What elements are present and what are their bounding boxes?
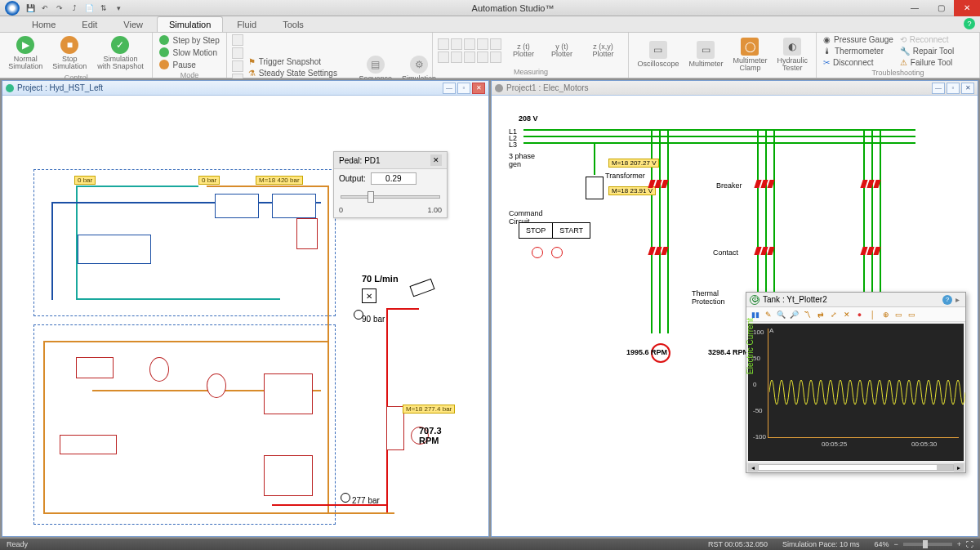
contactor[interactable] — [649, 247, 672, 255]
fit-icon[interactable]: ⛶ — [966, 540, 973, 548]
right-pane-titlebar[interactable]: Project1 : Elec_Motors — ▫ ✕ — [492, 81, 978, 96]
tab-tools[interactable]: Tools — [270, 16, 316, 32]
coil-icon[interactable] — [532, 247, 543, 258]
qat-dropdown-icon[interactable]: ▾ — [113, 2, 124, 14]
scroll-right-icon[interactable]: ▸ — [954, 463, 964, 472]
directional-valve[interactable] — [386, 406, 404, 450]
valve-block[interactable] — [78, 235, 151, 264]
tab-edit[interactable]: Edit — [69, 16, 109, 32]
plotter-tool-icon[interactable]: ⇄ — [815, 309, 826, 320]
valve-block-b[interactable] — [264, 373, 313, 414]
oscilloscope-button[interactable]: ▭Oscilloscope — [634, 39, 682, 69]
qat-save-icon[interactable]: 💾 — [24, 2, 36, 14]
plotter-zoom-in-icon[interactable]: 🔍 — [776, 309, 786, 320]
close-button[interactable]: ✕ — [954, 0, 980, 16]
multimeter-clamp-button[interactable]: ◯Multimeter Clamp — [729, 36, 770, 74]
help-icon[interactable]: ? — [964, 18, 975, 29]
status-zoom[interactable]: 64% − + ⛶ — [874, 540, 973, 548]
steady-state-button[interactable]: ⚗Steady State Settings — [247, 68, 353, 78]
zoom-out-icon[interactable]: − — [893, 540, 898, 548]
valve[interactable] — [215, 194, 259, 218]
pane-minimize-button[interactable]: — — [932, 83, 945, 94]
stop-button[interactable]: STOP — [519, 223, 553, 238]
plotter-tool-icon[interactable]: 〽 — [802, 309, 813, 320]
pane-minimize-button[interactable]: — — [443, 83, 456, 94]
tab-fluid[interactable]: Fluid — [225, 16, 269, 32]
pause-button[interactable]: Pause — [158, 59, 220, 70]
plotter-window[interactable]: ⏻ Tank : Yt_Plotter2 ? ▸ ▮▮ ✎ 🔍 🔎 〽 ⇄ ⤢ … — [746, 292, 966, 473]
qat-icon[interactable]: ⤴ — [69, 2, 80, 14]
zxy-plotter-button[interactable]: z (x,y) Plotter — [582, 42, 623, 60]
qat-undo-icon[interactable]: ↶ — [39, 2, 51, 14]
stop-simulation-button[interactable]: ■Stop Simulation — [49, 34, 90, 73]
cylinder-icon[interactable] — [409, 279, 434, 297]
thermometer-button[interactable]: 🌡Thermometer — [822, 46, 895, 56]
pump[interactable] — [76, 357, 114, 378]
normal-simulation-button[interactable]: ▶Normal Simulation — [5, 34, 46, 73]
scroll-left-icon[interactable]: ◂ — [748, 463, 758, 472]
flowmeter-icon[interactable]: ✕ — [362, 288, 376, 303]
valve[interactable] — [272, 194, 316, 218]
zt-plotter-button[interactable]: z (t) Plotter — [506, 42, 541, 60]
step-by-step-button[interactable]: Step by Step — [158, 34, 220, 46]
repair-tool-button[interactable]: 🔧Repair Tool — [898, 46, 956, 56]
plotter-expand-icon[interactable]: ▸ — [952, 295, 962, 304]
pane-close-button[interactable]: ✕ — [961, 83, 974, 94]
stop-start-box[interactable]: STOP START — [519, 222, 590, 239]
pedal-slider[interactable] — [341, 190, 440, 204]
tab-simulation[interactable]: Simulation — [157, 16, 223, 32]
disconnect-button[interactable]: ✂Disconnect — [822, 57, 895, 68]
pedal-panel[interactable]: Pedal: PD1✕ Output: 01.00 — [333, 151, 448, 218]
start-button[interactable]: START — [553, 223, 590, 238]
qat-redo-icon[interactable]: ↷ — [54, 2, 65, 14]
gauge-icon[interactable] — [354, 310, 363, 320]
qat-icon[interactable]: ⇅ — [98, 2, 109, 14]
pedal-close-button[interactable]: ✕ — [430, 154, 442, 166]
trigger-snapshot-button[interactable]: ⚑Trigger Snapshot — [247, 56, 353, 67]
plotter-tool-icon[interactable]: ⤢ — [828, 309, 839, 320]
plotter-scrollbar[interactable]: ◂ ▸ — [746, 463, 965, 472]
multimeter-button[interactable]: ▭Multimeter — [685, 39, 726, 69]
hydraulic-canvas[interactable]: 0 bar 0 bar M=18 420 bar M=18 277.4 bar … — [2, 96, 488, 536]
plotter-help-icon[interactable]: ? — [942, 295, 952, 305]
plotter-canvas[interactable]: Electric Current A 100 50 0 -50 -100 00:… — [748, 324, 964, 461]
plotter-tool-icon[interactable]: ⊕ — [880, 309, 891, 320]
motor-icon[interactable] — [207, 373, 226, 398]
pane-close-button[interactable]: ✕ — [472, 83, 485, 94]
plotter-tool-icon[interactable]: ▭ — [906, 309, 917, 320]
breaker[interactable] — [862, 180, 884, 188]
reservoir[interactable] — [60, 435, 117, 454]
gauge-icon[interactable] — [341, 493, 350, 503]
contactor[interactable] — [755, 247, 778, 255]
minimize-button[interactable]: — — [902, 0, 928, 16]
contactor[interactable] — [862, 247, 884, 255]
plotter-tool-icon[interactable]: ✕ — [841, 309, 852, 320]
plotter-tool-icon[interactable]: ▭ — [893, 309, 904, 320]
hydraulic-tester-button[interactable]: ◐Hydraulic Tester — [773, 36, 811, 74]
coil-icon[interactable] — [551, 247, 563, 258]
pedal-output-field[interactable] — [371, 172, 416, 185]
yt-plotter-button[interactable]: y (t) Plotter — [545, 42, 580, 60]
tab-home[interactable]: Home — [20, 16, 68, 32]
zoom-slider[interactable] — [903, 543, 952, 546]
plotter-zoom-out-icon[interactable]: 🔎 — [789, 309, 800, 320]
failure-tool-button[interactable]: ⚠Failure Tool — [898, 57, 956, 68]
pane-restore-button[interactable]: ▫ — [457, 83, 470, 94]
breaker[interactable] — [755, 180, 778, 188]
maximize-button[interactable]: ▢ — [928, 0, 954, 16]
slow-motion-button[interactable]: Slow Motion — [158, 47, 220, 58]
plotter-power-icon[interactable]: ⏻ — [750, 295, 760, 305]
plotter-tool-icon[interactable]: │ — [867, 309, 878, 320]
zoom-in-icon[interactable]: + — [957, 540, 961, 548]
pane-restore-button[interactable]: ▫ — [947, 83, 960, 94]
pressure-gauge-button[interactable]: ◉Pressure Gauge — [822, 34, 895, 45]
valve-block-c[interactable] — [264, 455, 313, 496]
electrical-canvas[interactable]: 208 V L1 L2 L3 3 phase gen Transformer M… — [492, 96, 978, 536]
plotter-tool-icon[interactable]: ✎ — [763, 309, 773, 320]
qat-icon[interactable]: 📄 — [83, 2, 95, 14]
plotter-record-icon[interactable]: ● — [854, 309, 865, 320]
relief-valve[interactable] — [296, 218, 318, 249]
transformer-icon[interactable] — [586, 177, 604, 199]
left-pane-titlebar[interactable]: Project : Hyd_HST_Left — ▫ ✕ — [2, 81, 488, 96]
simulation-snapshot-button[interactable]: ✓Simulation with Snapshot — [93, 34, 147, 73]
